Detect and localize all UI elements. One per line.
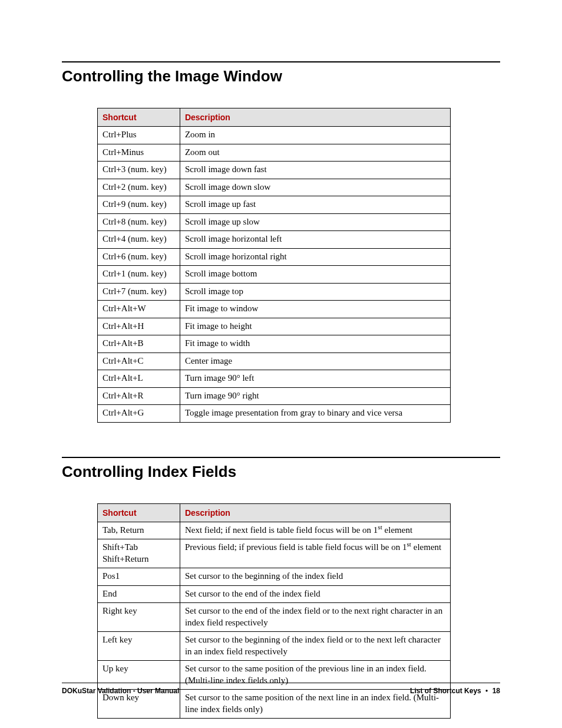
shortcut-cell: Ctrl+1 (num. key) bbox=[98, 266, 180, 284]
description-cell: Zoom in bbox=[180, 127, 450, 144]
shortcut-cell: Ctrl+3 (num. key) bbox=[98, 162, 180, 179]
col-header-description: Description bbox=[180, 108, 450, 127]
shortcut-cell: Shift+TabShift+Return bbox=[98, 539, 180, 568]
shortcut-cell: Ctrl+Minus bbox=[98, 144, 180, 162]
table-row: Ctrl+9 (num. key)Scroll image up fast bbox=[98, 196, 451, 214]
table-row: Ctrl+2 (num. key)Scroll image down slow bbox=[98, 179, 451, 196]
description-cell: Scroll image down fast bbox=[180, 162, 450, 179]
table-row: Right keySet cursor to the end of the in… bbox=[98, 603, 451, 632]
table-row: Tab, ReturnNext field; if next field is … bbox=[98, 522, 451, 539]
description-cell: Scroll image bottom bbox=[180, 266, 450, 284]
table-row: Pos1Set cursor to the beginning of the i… bbox=[98, 568, 451, 586]
description-cell: Scroll image up slow bbox=[180, 213, 450, 231]
table-row: Ctrl+3 (num. key)Scroll image down fast bbox=[98, 162, 451, 179]
shortcut-cell: Pos1 bbox=[98, 568, 180, 586]
description-cell: Scroll image top bbox=[180, 283, 450, 301]
table-row: Ctrl+Alt+HFit image to height bbox=[98, 318, 451, 335]
table-row: Ctrl+Alt+LTurn image 90° left bbox=[98, 370, 451, 388]
shortcut-cell: Ctrl+6 (num. key) bbox=[98, 248, 180, 266]
description-cell: Scroll image horizontal right bbox=[180, 248, 450, 266]
shortcut-cell: Ctrl+Alt+C bbox=[98, 353, 180, 370]
description-cell: Turn image 90° left bbox=[180, 370, 450, 388]
col-header-description: Description bbox=[180, 503, 450, 522]
description-cell: Fit image to window bbox=[180, 301, 450, 318]
description-cell: Fit image to width bbox=[180, 335, 450, 353]
shortcut-cell: Tab, Return bbox=[98, 522, 180, 539]
table-row: Ctrl+8 (num. key)Scroll image up slow bbox=[98, 213, 451, 231]
shortcut-cell: Ctrl+8 (num. key) bbox=[98, 213, 180, 231]
shortcut-cell: Right key bbox=[98, 603, 180, 632]
description-cell: Center image bbox=[180, 353, 450, 370]
footer-left: DOKuStar Validation - User Manual bbox=[62, 687, 179, 696]
shortcut-cell: Ctrl+Alt+R bbox=[98, 387, 180, 405]
table-row: Ctrl+7 (num. key)Scroll image top bbox=[98, 283, 451, 301]
shortcut-cell: Ctrl+Alt+H bbox=[98, 318, 180, 335]
shortcut-cell: Ctrl+Alt+G bbox=[98, 405, 180, 423]
col-header-shortcut: Shortcut bbox=[98, 108, 180, 127]
table-row: Shift+TabShift+ReturnPrevious field; if … bbox=[98, 539, 451, 568]
table-row: Ctrl+1 (num. key)Scroll image bottom bbox=[98, 266, 451, 284]
table-row: Ctrl+4 (num. key)Scroll image horizontal… bbox=[98, 231, 451, 249]
table-row: Ctrl+Alt+CCenter image bbox=[98, 353, 451, 370]
description-cell: Next field; if next field is table field… bbox=[180, 522, 450, 539]
table-row: Ctrl+Alt+GToggle image presentation from… bbox=[98, 405, 451, 423]
description-cell: Set cursor to the beginning of the index… bbox=[180, 568, 450, 586]
table-row: Ctrl+6 (num. key)Scroll image horizontal… bbox=[98, 248, 451, 266]
section-heading-index-fields: Controlling Index Fields bbox=[62, 457, 500, 481]
table-row: EndSet cursor to the end of the index fi… bbox=[98, 585, 451, 603]
table-row: Ctrl+MinusZoom out bbox=[98, 144, 451, 162]
table-row: Ctrl+Alt+RTurn image 90° right bbox=[98, 387, 451, 405]
shortcut-cell: Ctrl+9 (num. key) bbox=[98, 196, 180, 214]
shortcut-cell: Ctrl+Alt+B bbox=[98, 335, 180, 353]
shortcut-cell: Ctrl+4 (num. key) bbox=[98, 231, 180, 249]
description-cell: Previous field; if previous field is tab… bbox=[180, 539, 450, 568]
shortcut-cell: End bbox=[98, 585, 180, 603]
table-row: Left keySet cursor to the beginning of t… bbox=[98, 632, 451, 661]
description-cell: Turn image 90° right bbox=[180, 387, 450, 405]
description-cell: Scroll image horizontal left bbox=[180, 231, 450, 249]
description-cell: Toggle image presentation from gray to b… bbox=[180, 405, 450, 423]
description-cell: Set cursor to the beginning of the index… bbox=[180, 632, 450, 661]
shortcut-cell: Ctrl+2 (num. key) bbox=[98, 179, 180, 196]
table-row: Ctrl+Alt+BFit image to width bbox=[98, 335, 451, 353]
table-row: Ctrl+PlusZoom in bbox=[98, 127, 451, 144]
footer-right: List of Shortcut Keys • 18 bbox=[410, 687, 500, 696]
col-header-shortcut: Shortcut bbox=[98, 503, 180, 522]
description-cell: Set cursor to the end of the index field bbox=[180, 585, 450, 603]
shortcut-cell: Ctrl+Alt+W bbox=[98, 301, 180, 318]
description-cell: Scroll image up fast bbox=[180, 196, 450, 214]
shortcut-cell: Ctrl+Alt+L bbox=[98, 370, 180, 388]
shortcut-cell: Left key bbox=[98, 632, 180, 661]
shortcut-cell: Ctrl+7 (num. key) bbox=[98, 283, 180, 301]
description-cell: Set cursor to the end of the index field… bbox=[180, 603, 450, 632]
table-image-window-shortcuts: Shortcut Description Ctrl+PlusZoom inCtr… bbox=[97, 108, 451, 423]
description-cell: Zoom out bbox=[180, 144, 450, 162]
section-heading-image-window: Controlling the Image Window bbox=[62, 61, 500, 85]
table-row: Ctrl+Alt+WFit image to window bbox=[98, 301, 451, 318]
description-cell: Fit image to height bbox=[180, 318, 450, 335]
page-footer: DOKuStar Validation - User Manual List o… bbox=[62, 683, 500, 696]
description-cell: Scroll image down slow bbox=[180, 179, 450, 196]
shortcut-cell: Ctrl+Plus bbox=[98, 127, 180, 144]
